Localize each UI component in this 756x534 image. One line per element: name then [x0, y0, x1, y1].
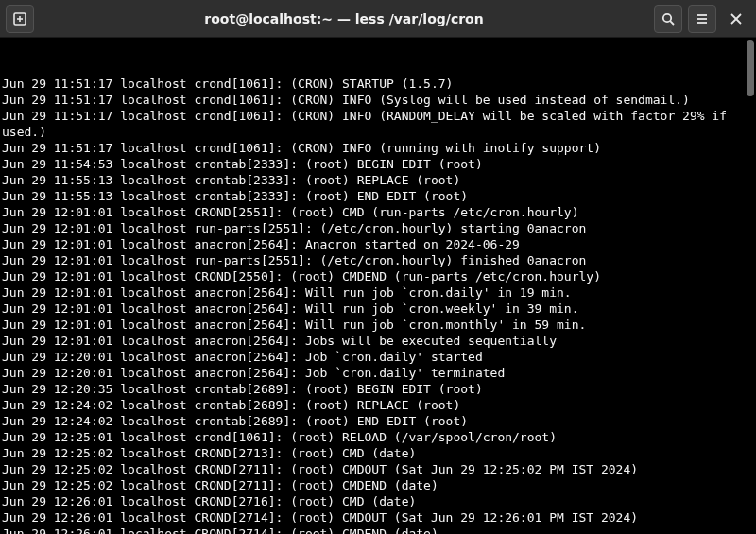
log-line: Jun 29 12:24:02 localhost crontab[2689]:…: [2, 413, 754, 429]
new-tab-button[interactable]: [6, 5, 34, 33]
log-line: Jun 29 11:55:13 localhost crontab[2333]:…: [2, 172, 754, 188]
terminal-viewport[interactable]: Jun 29 11:51:17 localhost crond[1061]: (…: [0, 38, 756, 534]
log-line: Jun 29 12:01:01 localhost CROND[2551]: (…: [2, 204, 754, 220]
log-output: Jun 29 11:51:17 localhost crond[1061]: (…: [2, 76, 754, 534]
scrollbar-track[interactable]: [745, 38, 756, 534]
log-line: Jun 29 11:51:17 localhost crond[1061]: (…: [2, 92, 754, 108]
log-line: Jun 29 12:24:02 localhost crontab[2689]:…: [2, 397, 754, 413]
log-line: Jun 29 11:51:17 localhost crond[1061]: (…: [2, 76, 754, 92]
hamburger-icon: [695, 11, 710, 26]
log-line: Jun 29 12:20:01 localhost anacron[2564]:…: [2, 365, 754, 381]
log-line: Jun 29 12:26:01 localhost CROND[2714]: (…: [2, 509, 754, 525]
log-line: Jun 29 12:01:01 localhost anacron[2564]:…: [2, 317, 754, 333]
menu-button[interactable]: [688, 5, 716, 33]
log-line: Jun 29 12:20:35 localhost crontab[2689]:…: [2, 381, 754, 397]
log-line: Jun 29 11:54:53 localhost crontab[2333]:…: [2, 156, 754, 172]
log-line: Jun 29 12:01:01 localhost anacron[2564]:…: [2, 284, 754, 301]
search-button[interactable]: [654, 5, 682, 33]
log-line: Jun 29 12:01:01 localhost anacron[2564]:…: [2, 333, 754, 349]
window-titlebar: root@localhost:~ — less /var/log/cron: [0, 0, 756, 38]
log-line: Jun 29 12:01:01 localhost anacron[2564]:…: [2, 301, 754, 317]
log-line: Jun 29 12:26:01 localhost CROND[2714]: (…: [2, 525, 754, 534]
scrollbar-thumb[interactable]: [747, 40, 754, 96]
svg-point-3: [663, 13, 671, 21]
log-line: Jun 29 12:25:02 localhost CROND[2711]: (…: [2, 477, 754, 493]
log-line: Jun 29 12:01:01 localhost run-parts[2551…: [2, 252, 754, 268]
log-line: Jun 29 12:25:02 localhost CROND[2711]: (…: [2, 461, 754, 477]
window-title: root@localhost:~ — less /var/log/cron: [34, 11, 654, 26]
svg-line-4: [670, 21, 674, 25]
close-icon: [730, 12, 743, 26]
log-line: Jun 29 12:01:01 localhost anacron[2564]:…: [2, 236, 754, 252]
close-button[interactable]: [722, 5, 750, 33]
log-line: Jun 29 12:26:01 localhost CROND[2716]: (…: [2, 493, 754, 509]
search-icon: [661, 11, 676, 26]
log-line: Jun 29 12:01:01 localhost CROND[2550]: (…: [2, 268, 754, 284]
log-line: Jun 29 12:25:01 localhost crond[1061]: (…: [2, 429, 754, 445]
log-line: Jun 29 12:20:01 localhost anacron[2564]:…: [2, 349, 754, 365]
log-line: Jun 29 12:01:01 localhost run-parts[2551…: [2, 220, 754, 236]
log-line: Jun 29 11:51:17 localhost crond[1061]: (…: [2, 140, 754, 156]
log-line: Jun 29 11:51:17 localhost crond[1061]: (…: [2, 108, 754, 140]
new-tab-icon: [12, 11, 27, 26]
log-line: Jun 29 11:55:13 localhost crontab[2333]:…: [2, 188, 754, 204]
log-line: Jun 29 12:25:02 localhost CROND[2713]: (…: [2, 445, 754, 461]
